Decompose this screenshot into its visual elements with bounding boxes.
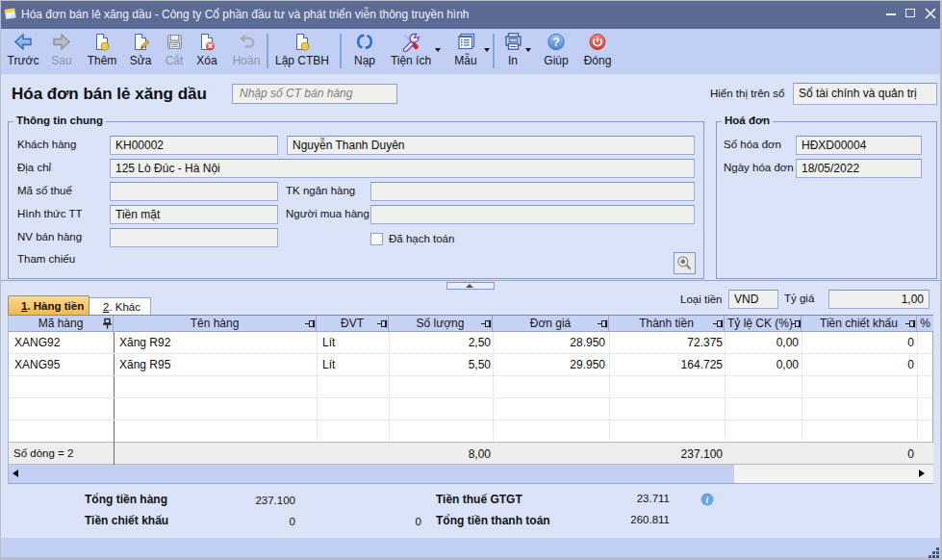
svg-text:i: i xyxy=(706,495,709,505)
svg-text:?: ? xyxy=(552,36,559,49)
